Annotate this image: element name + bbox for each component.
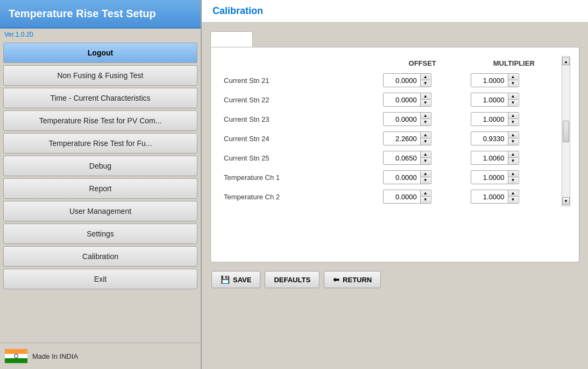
offset-down-4[interactable]: ▼ [421, 158, 430, 164]
offset-input-4[interactable] [384, 152, 420, 164]
nav-time-current[interactable]: Time - Current Characteristics [3, 88, 197, 108]
scroll-up-arrow[interactable]: ▲ [562, 58, 570, 65]
offset-cell-3: ▲ ▼ [379, 129, 466, 148]
offset-spinner-4: ▲ ▼ [383, 151, 431, 165]
offset-down-2[interactable]: ▼ [421, 119, 430, 126]
nav-non-fusing[interactable]: Non Fusing & Fusing Test [3, 65, 197, 86]
multiplier-down-1[interactable]: ▼ [508, 100, 518, 106]
nav-logout[interactable]: Logout [3, 43, 197, 63]
nav-calibration[interactable]: Calibration [3, 246, 197, 267]
nav-user-mgmt[interactable]: User Management [3, 201, 197, 221]
multiplier-down-5[interactable]: ▼ [508, 177, 518, 184]
multiplier-input-6[interactable] [471, 191, 508, 203]
multiplier-cell-4: ▲ ▼ [466, 148, 562, 168]
offset-input-2[interactable] [384, 114, 420, 125]
multiplier-up-5[interactable]: ▲ [508, 171, 518, 177]
offset-up-1[interactable]: ▲ [421, 93, 430, 100]
offset-down-0[interactable]: ▼ [421, 80, 430, 87]
multiplier-up-6[interactable]: ▲ [508, 190, 518, 197]
app-version: Ver.1.0.20 [0, 29, 201, 40]
multiplier-spinner-4: ▲ ▼ [471, 151, 519, 165]
multiplier-down-0[interactable]: ▼ [508, 80, 518, 87]
multiplier-spinner-3: ▲ ▼ [471, 131, 519, 145]
offset-down-1[interactable]: ▼ [421, 100, 430, 106]
offset-down-5[interactable]: ▼ [421, 177, 430, 184]
multiplier-down-3[interactable]: ▼ [508, 138, 518, 145]
offset-input-5[interactable] [384, 172, 420, 183]
multiplier-up-1[interactable]: ▲ [508, 93, 518, 100]
multiplier-input-4[interactable] [471, 152, 508, 164]
scroll-thumb[interactable] [563, 121, 569, 142]
tab-container: OFFSET MULTIPLIER Current Stn 21 ▲ ▼ [210, 31, 579, 262]
nav-settings[interactable]: Settings [3, 224, 197, 244]
table-wrapper: OFFSET MULTIPLIER Current Stn 21 ▲ ▼ [219, 56, 570, 206]
multiplier-down-2[interactable]: ▼ [508, 119, 518, 126]
offset-cell-4: ▲ ▼ [379, 148, 466, 168]
calibration-panel: OFFSET MULTIPLIER Current Stn 21 ▲ ▼ [210, 47, 579, 262]
nav-temp-rise-fu[interactable]: Temperature Rise Test for Fu... [3, 133, 197, 154]
nav-temp-rise-pv[interactable]: Temperature Rise Test for PV Com... [3, 110, 197, 131]
nav-report[interactable]: Report [3, 178, 197, 199]
multiplier-down-6[interactable]: ▼ [508, 197, 518, 203]
multiplier-up-4[interactable]: ▲ [508, 151, 518, 158]
row-label-3: Current Stn 24 [219, 129, 379, 148]
table-row: Temperature Ch 2 ▲ ▼ ▲ ▼ [219, 187, 562, 206]
multiplier-cell-6: ▲ ▼ [466, 187, 562, 206]
page-title: Calibration [202, 0, 588, 23]
ashoka-chakra [14, 354, 18, 358]
offset-input-1[interactable] [384, 94, 420, 106]
multiplier-input-1[interactable] [471, 94, 508, 106]
offset-up-0[interactable]: ▲ [421, 74, 430, 80]
offset-spinner-6: ▲ ▼ [383, 190, 431, 204]
offset-input-6[interactable] [384, 191, 420, 203]
nav-list: Logout Non Fusing & Fusing Test Time - C… [0, 40, 201, 343]
multiplier-spinner-5: ▲ ▼ [471, 170, 519, 184]
multiplier-spinner-0: ▲ ▼ [471, 73, 519, 87]
offset-up-5[interactable]: ▲ [421, 171, 430, 177]
table-row: Current Stn 23 ▲ ▼ ▲ ▼ [219, 109, 562, 129]
app-title: Temperature Rise Test Setup [0, 0, 201, 29]
multiplier-input-0[interactable] [471, 75, 508, 86]
multiplier-down-4[interactable]: ▼ [508, 158, 518, 164]
offset-spinner-1: ▲ ▼ [383, 93, 431, 107]
offset-input-0[interactable] [384, 75, 420, 86]
col-header-offset: OFFSET [379, 56, 466, 71]
table-row: Current Stn 24 ▲ ▼ ▲ ▼ [219, 129, 562, 148]
multiplier-input-5[interactable] [471, 172, 508, 183]
flag-green [5, 358, 27, 363]
offset-down-3[interactable]: ▼ [421, 138, 430, 145]
multiplier-cell-2: ▲ ▼ [466, 109, 562, 129]
multiplier-input-3[interactable] [471, 133, 508, 144]
offset-up-3[interactable]: ▲ [421, 132, 430, 138]
offset-spinner-2: ▲ ▼ [383, 112, 431, 126]
nav-debug[interactable]: Debug [3, 156, 197, 176]
save-button[interactable]: 💾 SAVE [211, 271, 260, 288]
scroll-down-arrow[interactable]: ▼ [562, 197, 570, 205]
defaults-button[interactable]: DEFAULTS [265, 271, 320, 288]
offset-up-2[interactable]: ▲ [421, 113, 430, 119]
india-flag-icon [4, 349, 28, 364]
return-icon: ⬅ [333, 275, 339, 284]
offset-down-6[interactable]: ▼ [421, 197, 430, 203]
table-scrollbar[interactable]: ▲ ▼ [562, 56, 570, 206]
nav-exit[interactable]: Exit [3, 269, 197, 289]
row-label-1: Current Stn 22 [219, 90, 379, 109]
multiplier-up-2[interactable]: ▲ [508, 113, 518, 119]
return-button[interactable]: ⬅ RETURN [324, 271, 381, 288]
row-label-2: Current Stn 23 [219, 109, 379, 129]
multiplier-input-2[interactable] [471, 114, 508, 125]
multiplier-up-0[interactable]: ▲ [508, 74, 518, 80]
row-label-0: Current Stn 21 [219, 71, 379, 90]
offset-cell-1: ▲ ▼ [379, 90, 466, 109]
col-header-multiplier: MULTIPLIER [466, 56, 562, 71]
offset-up-4[interactable]: ▲ [421, 151, 430, 158]
tab-bar [210, 31, 579, 47]
row-label-6: Temperature Ch 2 [219, 187, 379, 206]
multiplier-up-3[interactable]: ▲ [508, 132, 518, 138]
tab-1[interactable] [210, 31, 253, 47]
flag-saffron [5, 349, 27, 354]
offset-input-3[interactable] [384, 133, 420, 144]
offset-up-6[interactable]: ▲ [421, 190, 430, 197]
offset-spinner-5: ▲ ▼ [383, 170, 431, 184]
offset-cell-5: ▲ ▼ [379, 168, 466, 187]
